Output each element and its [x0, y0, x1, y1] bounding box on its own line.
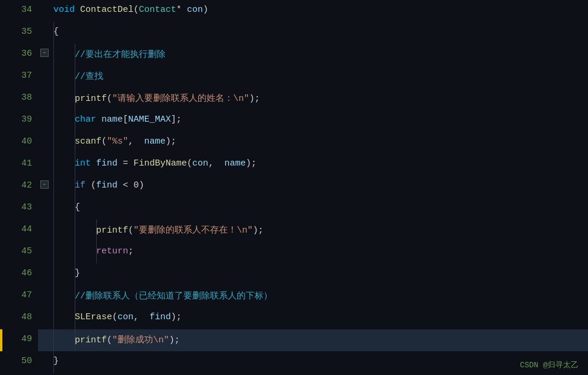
code-text: //删除联系人（已经知道了要删除联系人的下标）	[51, 290, 272, 301]
code-line-content: char name[NAME_MAX];	[51, 110, 588, 132]
indent-guide	[53, 285, 54, 307]
code-text: char name[NAME_MAX];	[51, 115, 182, 125]
line-number: 36	[2, 44, 38, 66]
code-text: void ContactDel(Contact* con)	[51, 5, 208, 15]
code-row: 35{	[0, 22, 588, 44]
code-row: 43 {	[0, 198, 588, 220]
fold-gutter: -	[38, 44, 51, 66]
fold-gutter	[38, 285, 51, 307]
indent-guide	[53, 329, 54, 351]
line-number: 41	[2, 154, 38, 176]
indent-guide	[53, 88, 54, 110]
indent-guide	[75, 263, 75, 285]
code-text: //要出在才能执行删除	[51, 49, 166, 60]
code-line-content: }	[51, 263, 588, 285]
code-row: 40 scanf("%s", name);	[0, 132, 588, 154]
code-line-content: scanf("%s", name);	[51, 132, 588, 154]
indent-guide	[53, 132, 54, 154]
code-text: printf("要删除的联系人不存在！\n");	[51, 224, 263, 236]
code-row: 42- if (find < 0)	[0, 176, 588, 198]
code-line-content: int find = FindByName(con, name);	[51, 154, 588, 176]
code-line-content: //要出在才能执行删除	[51, 44, 588, 66]
line-number: 39	[2, 110, 38, 132]
line-number: 40	[2, 132, 38, 154]
code-line-content: printf("删除成功\n");	[51, 329, 588, 351]
fold-gutter	[38, 220, 51, 241]
code-line-content: if (find < 0)	[51, 176, 588, 198]
indent-guide	[75, 307, 75, 329]
line-number: 42	[2, 176, 38, 198]
code-row: 45 return;	[0, 241, 588, 263]
watermark: CSDN @归寻太乙	[520, 360, 579, 370]
code-row: 39 char name[NAME_MAX];	[0, 110, 588, 132]
code-row: 34void ContactDel(Contact* con)	[0, 0, 588, 22]
indent-guide	[75, 110, 75, 132]
fold-button[interactable]: -	[40, 180, 49, 189]
code-row: 49 printf("删除成功\n");	[0, 329, 588, 351]
fold-gutter: -	[38, 176, 51, 198]
code-row: 44 printf("要删除的联系人不存在！\n");	[0, 220, 588, 241]
code-row: 46 }	[0, 263, 588, 285]
code-text: if (find < 0)	[51, 180, 144, 190]
code-line-content: void ContactDel(Contact* con)	[51, 0, 588, 22]
code-text: {	[51, 27, 59, 37]
code-line-content: {	[51, 22, 588, 44]
fold-gutter	[38, 351, 51, 373]
indent-guide	[75, 329, 75, 351]
indent-guide	[53, 307, 54, 329]
code-row: 48 SLErase(con, find);	[0, 307, 588, 329]
indent-guide	[53, 66, 54, 88]
indent-guide	[53, 241, 54, 263]
indent-guide	[96, 241, 97, 263]
indent-guide	[96, 220, 97, 241]
line-number: 50	[2, 351, 38, 373]
code-text: {	[51, 202, 80, 212]
indent-guide	[75, 154, 75, 176]
fold-gutter	[38, 263, 51, 285]
code-row: 50}	[0, 351, 588, 373]
indent-guide	[53, 351, 54, 373]
fold-gutter	[38, 329, 51, 351]
indent-guide	[53, 22, 54, 44]
line-number: 48	[2, 307, 38, 329]
indent-guide	[53, 154, 54, 176]
line-number: 38	[2, 88, 38, 110]
fold-gutter	[38, 154, 51, 176]
code-text: //查找	[51, 71, 103, 82]
line-number: 45	[2, 241, 38, 263]
line-number: 49	[2, 329, 38, 351]
code-row: 37 //查找	[0, 66, 588, 88]
code-area: 34void ContactDel(Contact* con)35{36- //…	[0, 0, 588, 375]
line-number: 34	[2, 0, 38, 22]
code-text: scanf("%s", name);	[51, 136, 176, 147]
fold-button[interactable]: -	[40, 49, 49, 57]
code-row: 47 //删除联系人（已经知道了要删除联系人的下标）	[0, 285, 588, 307]
indent-guide	[53, 44, 54, 66]
code-text: }	[51, 268, 80, 278]
fold-gutter	[38, 88, 51, 110]
indent-guide	[75, 132, 75, 154]
indent-guide	[75, 241, 75, 263]
indent-guide	[53, 263, 54, 285]
code-line-content: printf("请输入要删除联系人的姓名：\n");	[51, 88, 588, 110]
fold-gutter	[38, 198, 51, 220]
indent-guide	[75, 66, 75, 88]
line-number: 46	[2, 263, 38, 285]
code-line-content: printf("要删除的联系人不存在！\n");	[51, 220, 588, 241]
code-text: SLErase(con, find);	[51, 312, 182, 322]
indent-guide	[75, 220, 75, 241]
indent-guide	[53, 198, 54, 220]
line-number: 35	[2, 22, 38, 44]
code-text: int find = FindByName(con, name);	[51, 158, 256, 169]
fold-gutter	[38, 22, 51, 44]
indent-guide	[53, 176, 54, 198]
indent-guide	[53, 220, 54, 241]
code-line-content: }	[51, 351, 588, 373]
line-number: 44	[2, 220, 38, 241]
code-text: printf("删除成功\n");	[51, 334, 180, 345]
indent-guide	[75, 198, 75, 220]
fold-gutter	[38, 66, 51, 88]
code-line-content: {	[51, 198, 588, 220]
code-row: 38 printf("请输入要删除联系人的姓名：\n");	[0, 88, 588, 110]
code-line-content: //删除联系人（已经知道了要删除联系人的下标）	[51, 285, 588, 307]
